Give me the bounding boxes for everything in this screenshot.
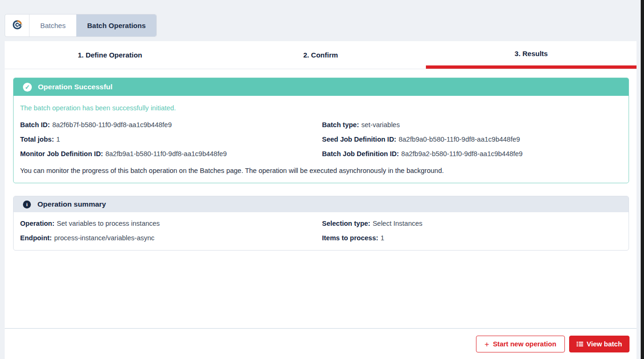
total-jobs-label: Total jobs: (20, 136, 54, 143)
window-edge (641, 0, 644, 359)
batch-job-definition-value: 8a2fb9a2-b580-11f0-9df8-aa1c9b448fe9 (401, 150, 522, 158)
check-circle-icon: ✓ (23, 83, 32, 92)
start-new-operation-label: Start new operation (493, 340, 556, 348)
batch-type-label: Batch type: (322, 121, 359, 129)
seed-job-definition-label: Seed Job Definition ID: (322, 136, 396, 143)
tab-batch-operations[interactable]: Batch Operations (76, 14, 156, 36)
main-panel: 1. Define Operation 2. Confirm 3. Result… (5, 41, 637, 359)
batch-job-definition-label: Batch Job Definition ID: (322, 150, 399, 158)
app-logo-button[interactable] (5, 14, 29, 36)
results-content: ✓ Operation Successful The batch operati… (5, 69, 637, 328)
list-icon (577, 341, 583, 347)
operation-successful-header: ✓ Operation Successful (14, 78, 629, 96)
batch-id-value: 8a2f6b7f-b580-11f0-9df8-aa1c9b448fe9 (52, 121, 172, 129)
items-to-process-field: Items to process:1 (322, 234, 619, 242)
selection-type-field: Selection type:Select Instances (322, 220, 619, 227)
operation-summary-title: Operation summary (37, 200, 106, 208)
top-bar: Batches Batch Operations (0, 0, 644, 41)
step-confirm[interactable]: 2. Confirm (215, 41, 426, 69)
operation-label: Operation: (20, 220, 54, 227)
total-jobs-field: Total jobs:1 (20, 136, 317, 143)
plus-icon: + (484, 340, 489, 348)
footer-action-bar: + Start new operation View batch (5, 328, 637, 359)
step-results[interactable]: 3. Results (426, 41, 637, 69)
items-to-process-value: 1 (381, 234, 384, 242)
operation-summary-panel: i Operation summary Operation:Set variab… (13, 196, 629, 251)
seed-job-definition-value: 8a2fb9a0-b580-11f0-9df8-aa1c9b448fe9 (399, 136, 520, 143)
batch-job-definition-field: Batch Job Definition ID:8a2fb9a2-b580-11… (322, 150, 619, 158)
selection-type-value: Select Instances (373, 220, 422, 227)
seed-job-definition-field: Seed Job Definition ID:8a2fb9a0-b580-11f… (322, 136, 619, 143)
endpoint-label: Endpoint: (20, 234, 52, 242)
items-to-process-label: Items to process: (322, 234, 378, 242)
operation-successful-title: Operation Successful (38, 83, 112, 91)
operation-summary-body: Operation:Set variables to process insta… (14, 212, 629, 250)
selection-type-label: Selection type: (322, 220, 370, 227)
monitor-job-definition-label: Monitor Job Definition ID: (20, 150, 103, 158)
batch-type-value: set-variables (361, 121, 400, 129)
monitor-job-definition-value: 8a2fb9a1-b580-11f0-9df8-aa1c9b448fe9 (105, 150, 227, 158)
total-jobs-value: 1 (56, 136, 60, 143)
batch-id-field: Batch ID:8a2f6b7f-b580-11f0-9df8-aa1c9b4… (20, 121, 317, 129)
operation-successful-panel: ✓ Operation Successful The batch operati… (13, 78, 629, 183)
start-new-operation-button[interactable]: + Start new operation (476, 336, 564, 352)
wizard-steps: 1. Define Operation 2. Confirm 3. Result… (5, 41, 637, 69)
step-define-operation[interactable]: 1. Define Operation (5, 41, 215, 69)
operation-summary-header: i Operation summary (14, 196, 629, 212)
batch-type-field: Batch type:set-variables (322, 121, 619, 129)
summary-details-grid: Operation:Set variables to process insta… (20, 220, 619, 242)
view-batch-label: View batch (587, 340, 622, 348)
batch-details-grid: Batch ID:8a2f6b7f-b580-11f0-9df8-aa1c9b4… (20, 121, 619, 158)
view-batch-button[interactable]: View batch (569, 336, 629, 352)
monitor-job-definition-field: Monitor Job Definition ID:8a2fb9a1-b580-… (20, 150, 317, 158)
endpoint-value: process-instance/variables-async (54, 234, 154, 242)
operation-successful-body: The batch operation has been successfull… (14, 96, 629, 183)
operation-value: Set variables to process instances (57, 220, 160, 227)
info-circle-icon: i (23, 201, 31, 208)
process-engine-logo-icon (12, 20, 22, 32)
batch-id-label: Batch ID: (20, 121, 50, 129)
success-intro-text: The batch operation has been successfull… (20, 104, 619, 112)
tab-batches[interactable]: Batches (29, 14, 76, 36)
monitor-progress-note: You can monitor the progress of this bat… (20, 167, 619, 174)
operation-field: Operation:Set variables to process insta… (20, 220, 317, 227)
endpoint-field: Endpoint:process-instance/variables-asyn… (20, 234, 317, 242)
nav-tab-group: Batches Batch Operations (5, 14, 157, 37)
